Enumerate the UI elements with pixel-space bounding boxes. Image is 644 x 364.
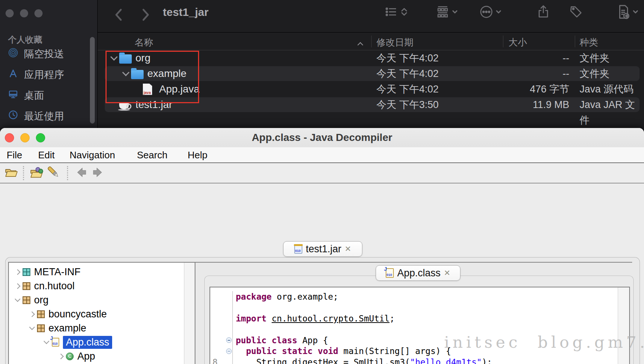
code-line-7[interactable]: 8 String digestHex = SmUtil.sm3("hello d… (210, 357, 629, 364)
new-document-chevron[interactable] (632, 9, 639, 17)
column-divider[interactable] (371, 36, 372, 47)
document-add-icon (616, 4, 631, 20)
code-line-2[interactable] (210, 302, 629, 313)
group-chevron[interactable] (452, 9, 458, 17)
code-segment: App { (302, 336, 328, 345)
jd-window-title: App.class - Java Decompiler (0, 132, 644, 144)
source-code-view[interactable]: package org.example; import cn.hutool.cr… (209, 287, 630, 364)
column-header-kind[interactable]: 种类 (580, 36, 598, 48)
column-divider[interactable] (503, 36, 503, 47)
tree-item-cn-hutool[interactable]: cn.hutool (9, 279, 195, 293)
code-segment: public static void (246, 346, 343, 356)
tree-disclosure-chevron-icon[interactable] (56, 354, 66, 358)
tree-item-org[interactable]: org (9, 293, 195, 307)
forward-button[interactable] (139, 7, 152, 23)
zoom-window-button[interactable] (34, 9, 43, 17)
code-segment: sm3 (389, 357, 405, 364)
list-view-icon (384, 5, 398, 19)
sort-toggle-button[interactable] (400, 7, 408, 18)
tree-item-bouncycastle[interactable]: bouncycastle (9, 307, 195, 321)
tree-item-app[interactable]: App (9, 349, 195, 363)
tree-item-label: App (77, 351, 95, 362)
sidebar-scrollbar[interactable] (90, 37, 95, 124)
tree-disclosure-chevron-icon[interactable] (13, 284, 23, 288)
tree-item-label: example (48, 323, 86, 334)
class-file-icon (386, 268, 394, 278)
sidebar-item-1[interactable]: 隔空投送 (0, 44, 89, 64)
code-segment: main(String[] args) { (343, 346, 451, 356)
line-number: 8 (210, 357, 225, 364)
sidebar-item-4[interactable]: 最近使用 (0, 106, 89, 127)
package-tree: META-INFcn.hutoolorgbouncycastleexampleA… (8, 262, 195, 364)
tab-label: test1.jar (306, 243, 341, 255)
tree-disclosure-chevron-icon[interactable] (13, 299, 23, 301)
column-divider[interactable] (575, 36, 575, 47)
tree-item-example[interactable]: example (9, 321, 195, 335)
minimize-window-button[interactable] (20, 9, 28, 17)
group-view-icon (435, 4, 450, 19)
finder-list-header: 名称 修改日期 大小 种类 (98, 33, 644, 50)
search-button[interactable] (47, 166, 61, 180)
jar-coffee-icon (119, 103, 129, 109)
menu-navigation[interactable]: Navigation (70, 149, 115, 161)
file-kind: 文件夹 (580, 50, 610, 66)
column-header-name[interactable]: 名称 (135, 36, 153, 48)
sidebar-item-2[interactable]: 应用程序 (0, 64, 89, 85)
tree-scrollbar[interactable] (184, 263, 195, 364)
toolbar-separator (23, 166, 24, 180)
menu-help[interactable]: Help (188, 149, 207, 161)
tree-disclosure-chevron-icon[interactable] (41, 341, 51, 343)
open-file-button[interactable] (4, 166, 19, 180)
code-text: import cn.hutool.crypto.SmUtil; (232, 313, 629, 324)
finder-window-title: test1_jar (163, 6, 208, 18)
jd-titlebar[interactable]: App.class - Java Decompiler (0, 128, 644, 148)
finder-traffic-lights[interactable] (6, 9, 43, 17)
tree-disclosure-chevron-icon[interactable] (27, 327, 37, 329)
code-line-1[interactable]: package org.example; (210, 291, 629, 302)
tree-item-app-class[interactable]: App.class (9, 335, 195, 349)
menu-file[interactable]: File (7, 149, 22, 161)
code-segment: import (236, 314, 272, 323)
more-chevron[interactable] (495, 9, 502, 17)
group-view-button[interactable] (435, 4, 450, 21)
open-type-button[interactable] (30, 166, 44, 180)
code-segment: cn.hutool.crypto.SmUtil (272, 314, 390, 323)
code-segment: package (236, 292, 277, 301)
column-header-date[interactable]: 修改日期 (376, 36, 413, 48)
sort-ascending-icon (358, 38, 362, 49)
close-window-button[interactable] (6, 9, 14, 17)
menu-search[interactable]: Search (137, 149, 167, 161)
tree-item-meta-inf[interactable]: META-INF (9, 265, 195, 279)
annotation-red-box (105, 51, 199, 103)
more-actions-button[interactable] (479, 4, 494, 21)
file-date: 今天 下午4:02 (376, 81, 439, 97)
navigate-back-button[interactable] (74, 166, 87, 180)
tag-button[interactable] (568, 4, 583, 21)
navigate-forward-button[interactable] (92, 166, 105, 180)
tree-disclosure-chevron-icon[interactable] (13, 270, 23, 274)
back-button[interactable] (113, 7, 125, 23)
tab-app-class[interactable]: App.class ✕ (376, 265, 460, 281)
file-size: -- (472, 50, 569, 66)
tab-test1-jar[interactable]: test1.jar ✕ (283, 241, 362, 257)
sidebar-item-3[interactable]: 桌面 (0, 85, 89, 106)
share-button[interactable] (536, 4, 551, 21)
fold-collapse-icon[interactable] (226, 337, 232, 343)
jd-menubar: FileEditNavigationSearchHelp (0, 147, 644, 163)
close-tab-icon[interactable]: ✕ (345, 245, 351, 253)
tree-disclosure-chevron-icon[interactable] (27, 312, 37, 316)
list-view-button[interactable] (384, 5, 398, 20)
menu-edit[interactable]: Edit (38, 149, 55, 161)
new-document-button[interactable] (616, 4, 631, 21)
fold-collapse-icon[interactable] (226, 348, 232, 354)
code-line-3[interactable]: import cn.hutool.crypto.SmUtil; (210, 313, 629, 324)
package-icon (23, 282, 30, 290)
chevron-down-icon (452, 9, 458, 15)
code-scrollbar[interactable] (618, 287, 629, 364)
tree-item-label: cn.hutool (34, 280, 75, 292)
class-file-icon (52, 338, 59, 347)
column-header-size[interactable]: 大小 (509, 36, 527, 48)
file-size: 476 字节 (472, 81, 569, 97)
close-tab-icon[interactable]: ✕ (444, 269, 450, 277)
code-segment: "hello d4m1ts" (410, 357, 482, 364)
